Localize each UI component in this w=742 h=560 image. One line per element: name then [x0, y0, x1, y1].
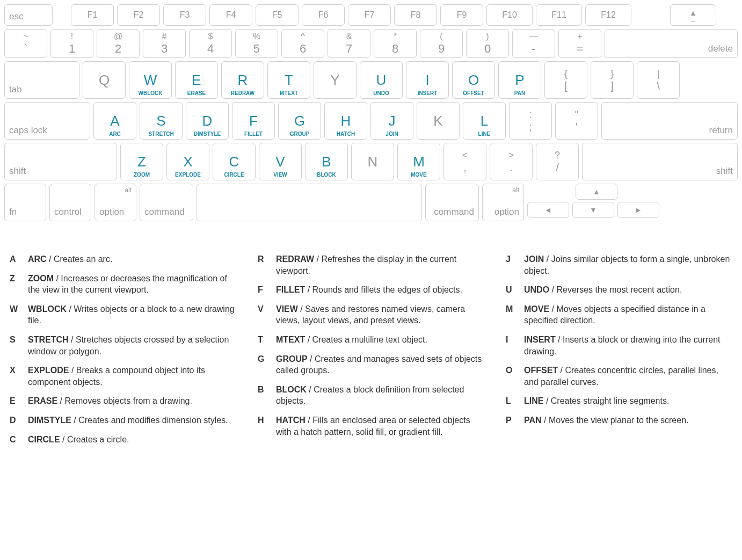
legend-key: H: [258, 414, 268, 438]
legend-entry: TMTEXT / Creates a multiline text object…: [258, 334, 484, 346]
legend-description: / Removes objects from a drawing.: [57, 396, 192, 405]
legend-body: FILLET / Rounds and fillets the edges of…: [276, 284, 462, 296]
key-letter: U: [376, 72, 387, 89]
legend-body: STRETCH / Stretches objects crossed by a…: [28, 334, 236, 357]
key-letter: T: [285, 72, 293, 89]
key-bracket: {[: [544, 61, 587, 99]
legend-entry: UUNDO / Reverses the most recent action.: [506, 284, 732, 296]
legend-command: WBLOCK: [28, 304, 67, 314]
key-s: SSTRETCH: [140, 102, 183, 140]
legend-body: CIRCLE / Creates a circle.: [28, 434, 129, 446]
key-command: STRETCH: [148, 131, 173, 137]
legend-description: / Creates a circle.: [60, 435, 129, 444]
key-letter: K: [433, 113, 442, 129]
key-p: PPAN: [498, 61, 541, 99]
key-z: ZZOOM: [120, 143, 163, 180]
legend-description: / Reverses the most recent action.: [549, 285, 682, 294]
legend-body: LINE / Creates straight line segments.: [524, 395, 669, 407]
key-command: HATCH: [337, 131, 355, 137]
key-command: UNDO: [373, 90, 389, 96]
key-6: ^6: [281, 29, 324, 58]
legend-entry: SSTRETCH / Stretches objects crossed by …: [10, 334, 236, 357]
legend-key: S: [10, 334, 20, 357]
key-letter: V: [275, 154, 285, 170]
key-f3: F3: [163, 4, 206, 26]
key-h: HHATCH: [324, 102, 367, 140]
key-esc: esc: [4, 4, 53, 26]
legend-key: B: [258, 384, 268, 407]
key-0: )0: [466, 29, 509, 58]
key-g: GGROUP: [278, 102, 321, 140]
option-left-key: altoption: [94, 184, 136, 221]
legend-key: A: [10, 253, 20, 265]
legend-description: / Moves the view planar to the screen.: [542, 416, 689, 425]
key-letter: L: [481, 113, 488, 129]
key-f9: F9: [440, 4, 483, 26]
legend-command: OFFSET: [524, 366, 558, 375]
esc-label: esc: [9, 11, 23, 22]
shift-label: shift: [9, 166, 26, 177]
shift-left-key: shift: [4, 143, 117, 180]
legend-body: UNDO / Reverses the most recent action.: [524, 284, 682, 296]
key-letter: R: [238, 72, 248, 89]
legend-command: UNDO: [524, 285, 549, 294]
legend-command: STRETCH: [28, 335, 69, 344]
legend-body: JOIN / Joins similar objects to form a s…: [524, 253, 732, 277]
key-command: JOIN: [385, 131, 398, 137]
key-v: VVIEW: [259, 143, 302, 180]
key-command: MOVE: [411, 172, 426, 178]
key-f10: F10: [486, 4, 533, 26]
key-bracket: }]: [591, 61, 634, 99]
key-letter: Q: [99, 72, 110, 89]
key-command: GROUP: [290, 131, 310, 137]
key-f8: F8: [394, 4, 437, 26]
legend-key: J: [506, 253, 517, 277]
arrow-left-key: ◄: [527, 202, 569, 218]
key-w: WWBLOCK: [129, 61, 172, 99]
legend-key: M: [506, 303, 517, 326]
key-f6: F6: [302, 4, 345, 26]
delete-key: delete: [605, 29, 738, 58]
legend-entry: PPAN / Moves the view planar to the scre…: [506, 414, 732, 426]
legend-command: MOVE: [524, 304, 549, 314]
arrow-down-key: ▼: [572, 202, 614, 218]
legend-key: P: [506, 414, 517, 426]
legend-entry: MMOVE / Moves objects a specified distan…: [506, 303, 732, 326]
legend-key: I: [506, 334, 517, 357]
key-f11: F11: [536, 4, 582, 26]
key-letter: N: [368, 154, 378, 170]
key-punct: ?/: [536, 143, 579, 180]
key-command: VIEW: [273, 172, 287, 178]
arrow-right-key: ►: [617, 202, 659, 218]
legend-entry: DDIMSTYLE / Creates and modifies dimensi…: [10, 414, 236, 426]
key-d: DDIMSTYLE: [186, 102, 229, 140]
key-e: EERASE: [175, 61, 218, 99]
key-q: Q: [83, 61, 126, 99]
legend-command: FILLET: [276, 285, 305, 294]
legend-description: / Creates a multiline text object.: [305, 335, 427, 344]
key-1: !1: [50, 29, 93, 58]
key-letter: D: [202, 113, 213, 129]
legend-command: MTEXT: [276, 335, 305, 344]
key-f1: F1: [71, 4, 114, 26]
legend-key: Z: [10, 273, 20, 296]
key-letter: H: [341, 113, 351, 129]
legend-key: L: [506, 395, 517, 407]
key-t: TMTEXT: [267, 61, 310, 99]
legend-description: / Creates and modifies dimension styles.: [71, 416, 228, 425]
key-letter: G: [294, 113, 305, 129]
space-key: [197, 184, 422, 221]
legend-description: / Fills an enclosed area or selected obj…: [276, 416, 470, 437]
key-l: LLINE: [463, 102, 506, 140]
key-n: N: [351, 143, 394, 180]
legend-entry: WWBLOCK / Writes objects or a block to a…: [10, 303, 236, 326]
legend-entry: IINSERT / Inserts a block or drawing int…: [506, 334, 732, 357]
key-letter: S: [156, 113, 165, 129]
key-punct: >.: [490, 143, 533, 180]
legend-column: AARC / Creates an arc.ZZOOM / Increases …: [10, 253, 236, 453]
eject-key: ▲_: [670, 4, 716, 26]
legend-key: F: [258, 284, 268, 296]
legend: AARC / Creates an arc.ZZOOM / Increases …: [4, 253, 738, 453]
legend-command: INSERT: [524, 335, 556, 344]
key-f: FFILLET: [232, 102, 275, 140]
